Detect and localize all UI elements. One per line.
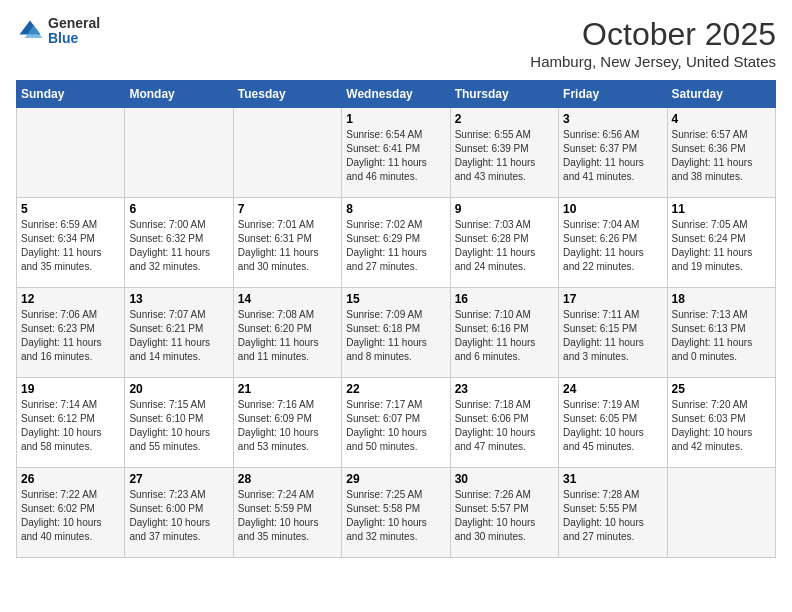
calendar-cell: 31Sunrise: 7:28 AM Sunset: 5:55 PM Dayli…: [559, 468, 667, 558]
calendar-cell: 12Sunrise: 7:06 AM Sunset: 6:23 PM Dayli…: [17, 288, 125, 378]
calendar-cell: 3Sunrise: 6:56 AM Sunset: 6:37 PM Daylig…: [559, 108, 667, 198]
day-number: 23: [455, 382, 554, 396]
day-number: 1: [346, 112, 445, 126]
day-number: 14: [238, 292, 337, 306]
calendar-cell: 8Sunrise: 7:02 AM Sunset: 6:29 PM Daylig…: [342, 198, 450, 288]
day-info: Sunrise: 7:28 AM Sunset: 5:55 PM Dayligh…: [563, 488, 662, 544]
day-info: Sunrise: 7:25 AM Sunset: 5:58 PM Dayligh…: [346, 488, 445, 544]
day-info: Sunrise: 7:02 AM Sunset: 6:29 PM Dayligh…: [346, 218, 445, 274]
day-number: 19: [21, 382, 120, 396]
location: Hamburg, New Jersey, United States: [530, 53, 776, 70]
logo-general: General: [48, 16, 100, 31]
logo-text: General Blue: [48, 16, 100, 47]
day-number: 12: [21, 292, 120, 306]
calendar-cell: 6Sunrise: 7:00 AM Sunset: 6:32 PM Daylig…: [125, 198, 233, 288]
day-info: Sunrise: 7:22 AM Sunset: 6:02 PM Dayligh…: [21, 488, 120, 544]
day-info: Sunrise: 7:26 AM Sunset: 5:57 PM Dayligh…: [455, 488, 554, 544]
logo-blue: Blue: [48, 31, 100, 46]
header-monday: Monday: [125, 81, 233, 108]
calendar-cell: 16Sunrise: 7:10 AM Sunset: 6:16 PM Dayli…: [450, 288, 558, 378]
calendar-cell: 13Sunrise: 7:07 AM Sunset: 6:21 PM Dayli…: [125, 288, 233, 378]
calendar-cell: 4Sunrise: 6:57 AM Sunset: 6:36 PM Daylig…: [667, 108, 775, 198]
calendar-cell: 21Sunrise: 7:16 AM Sunset: 6:09 PM Dayli…: [233, 378, 341, 468]
day-info: Sunrise: 7:17 AM Sunset: 6:07 PM Dayligh…: [346, 398, 445, 454]
header-wednesday: Wednesday: [342, 81, 450, 108]
day-info: Sunrise: 7:20 AM Sunset: 6:03 PM Dayligh…: [672, 398, 771, 454]
day-info: Sunrise: 7:15 AM Sunset: 6:10 PM Dayligh…: [129, 398, 228, 454]
calendar-cell: [125, 108, 233, 198]
calendar-cell: 5Sunrise: 6:59 AM Sunset: 6:34 PM Daylig…: [17, 198, 125, 288]
day-info: Sunrise: 7:13 AM Sunset: 6:13 PM Dayligh…: [672, 308, 771, 364]
calendar-cell: 11Sunrise: 7:05 AM Sunset: 6:24 PM Dayli…: [667, 198, 775, 288]
day-number: 7: [238, 202, 337, 216]
calendar-cell: 15Sunrise: 7:09 AM Sunset: 6:18 PM Dayli…: [342, 288, 450, 378]
calendar-cell: [17, 108, 125, 198]
page-header: General Blue October 2025 Hamburg, New J…: [16, 16, 776, 70]
day-number: 6: [129, 202, 228, 216]
day-info: Sunrise: 7:04 AM Sunset: 6:26 PM Dayligh…: [563, 218, 662, 274]
day-number: 22: [346, 382, 445, 396]
week-row-2: 5Sunrise: 6:59 AM Sunset: 6:34 PM Daylig…: [17, 198, 776, 288]
day-info: Sunrise: 6:55 AM Sunset: 6:39 PM Dayligh…: [455, 128, 554, 184]
logo-icon: [16, 17, 44, 45]
day-info: Sunrise: 7:10 AM Sunset: 6:16 PM Dayligh…: [455, 308, 554, 364]
day-number: 27: [129, 472, 228, 486]
calendar-cell: 14Sunrise: 7:08 AM Sunset: 6:20 PM Dayli…: [233, 288, 341, 378]
calendar-cell: [667, 468, 775, 558]
title-section: October 2025 Hamburg, New Jersey, United…: [530, 16, 776, 70]
day-number: 31: [563, 472, 662, 486]
calendar-cell: 26Sunrise: 7:22 AM Sunset: 6:02 PM Dayli…: [17, 468, 125, 558]
day-info: Sunrise: 6:56 AM Sunset: 6:37 PM Dayligh…: [563, 128, 662, 184]
header-friday: Friday: [559, 81, 667, 108]
day-number: 8: [346, 202, 445, 216]
day-number: 29: [346, 472, 445, 486]
week-row-3: 12Sunrise: 7:06 AM Sunset: 6:23 PM Dayli…: [17, 288, 776, 378]
day-number: 15: [346, 292, 445, 306]
calendar-cell: [233, 108, 341, 198]
day-number: 28: [238, 472, 337, 486]
calendar-cell: 2Sunrise: 6:55 AM Sunset: 6:39 PM Daylig…: [450, 108, 558, 198]
day-info: Sunrise: 7:19 AM Sunset: 6:05 PM Dayligh…: [563, 398, 662, 454]
header-saturday: Saturday: [667, 81, 775, 108]
calendar-cell: 30Sunrise: 7:26 AM Sunset: 5:57 PM Dayli…: [450, 468, 558, 558]
calendar-cell: 23Sunrise: 7:18 AM Sunset: 6:06 PM Dayli…: [450, 378, 558, 468]
week-row-4: 19Sunrise: 7:14 AM Sunset: 6:12 PM Dayli…: [17, 378, 776, 468]
header-sunday: Sunday: [17, 81, 125, 108]
day-number: 3: [563, 112, 662, 126]
day-number: 26: [21, 472, 120, 486]
calendar-cell: 22Sunrise: 7:17 AM Sunset: 6:07 PM Dayli…: [342, 378, 450, 468]
day-number: 9: [455, 202, 554, 216]
day-number: 4: [672, 112, 771, 126]
day-number: 24: [563, 382, 662, 396]
calendar-cell: 9Sunrise: 7:03 AM Sunset: 6:28 PM Daylig…: [450, 198, 558, 288]
day-info: Sunrise: 7:09 AM Sunset: 6:18 PM Dayligh…: [346, 308, 445, 364]
month-title: October 2025: [530, 16, 776, 53]
day-number: 21: [238, 382, 337, 396]
header-thursday: Thursday: [450, 81, 558, 108]
week-row-5: 26Sunrise: 7:22 AM Sunset: 6:02 PM Dayli…: [17, 468, 776, 558]
day-info: Sunrise: 6:59 AM Sunset: 6:34 PM Dayligh…: [21, 218, 120, 274]
day-info: Sunrise: 6:57 AM Sunset: 6:36 PM Dayligh…: [672, 128, 771, 184]
day-info: Sunrise: 7:06 AM Sunset: 6:23 PM Dayligh…: [21, 308, 120, 364]
calendar-cell: 20Sunrise: 7:15 AM Sunset: 6:10 PM Dayli…: [125, 378, 233, 468]
calendar-cell: 18Sunrise: 7:13 AM Sunset: 6:13 PM Dayli…: [667, 288, 775, 378]
day-info: Sunrise: 7:08 AM Sunset: 6:20 PM Dayligh…: [238, 308, 337, 364]
day-number: 13: [129, 292, 228, 306]
day-number: 5: [21, 202, 120, 216]
day-number: 10: [563, 202, 662, 216]
day-info: Sunrise: 7:16 AM Sunset: 6:09 PM Dayligh…: [238, 398, 337, 454]
day-info: Sunrise: 7:01 AM Sunset: 6:31 PM Dayligh…: [238, 218, 337, 274]
day-number: 30: [455, 472, 554, 486]
calendar-cell: 10Sunrise: 7:04 AM Sunset: 6:26 PM Dayli…: [559, 198, 667, 288]
day-info: Sunrise: 6:54 AM Sunset: 6:41 PM Dayligh…: [346, 128, 445, 184]
day-number: 11: [672, 202, 771, 216]
day-info: Sunrise: 7:00 AM Sunset: 6:32 PM Dayligh…: [129, 218, 228, 274]
day-info: Sunrise: 7:18 AM Sunset: 6:06 PM Dayligh…: [455, 398, 554, 454]
calendar-cell: 17Sunrise: 7:11 AM Sunset: 6:15 PM Dayli…: [559, 288, 667, 378]
day-info: Sunrise: 7:07 AM Sunset: 6:21 PM Dayligh…: [129, 308, 228, 364]
day-info: Sunrise: 7:24 AM Sunset: 5:59 PM Dayligh…: [238, 488, 337, 544]
calendar-cell: 29Sunrise: 7:25 AM Sunset: 5:58 PM Dayli…: [342, 468, 450, 558]
logo: General Blue: [16, 16, 100, 47]
day-number: 18: [672, 292, 771, 306]
day-info: Sunrise: 7:03 AM Sunset: 6:28 PM Dayligh…: [455, 218, 554, 274]
